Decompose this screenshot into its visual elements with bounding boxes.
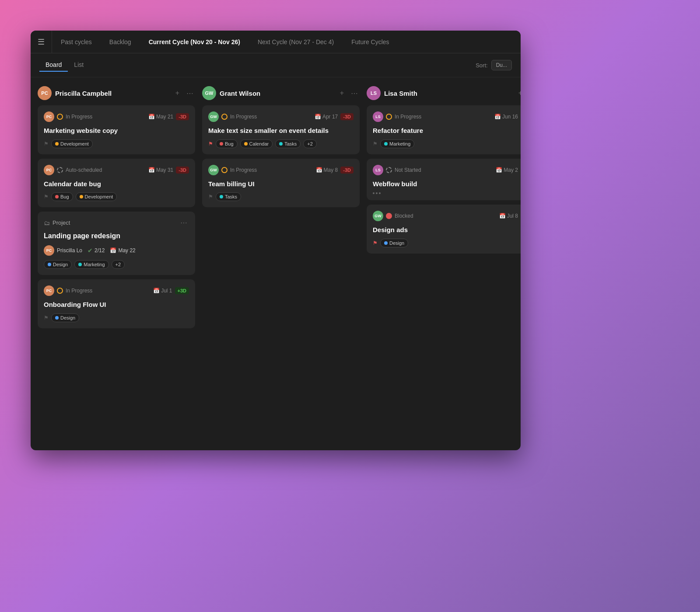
- tab-future-cycles[interactable]: Future Cycles: [343, 31, 398, 53]
- project-more-options-button[interactable]: ⋯: [178, 218, 189, 228]
- card-header: PC In Progress 📅 May 21 -3D: [44, 111, 189, 122]
- project-card-header: 🗂 Project ⋯: [44, 218, 189, 228]
- more-options-button-grant[interactable]: ⋯: [349, 88, 360, 98]
- tag-dot: [80, 195, 83, 198]
- column-grant-wilson: GW Grant Wilson + ⋯ GW In Progress 📅 Apr…: [202, 86, 360, 333]
- avatar-sm-ls: LS: [373, 165, 383, 175]
- card-title-text-size: Make text size smaller on event details: [208, 126, 354, 135]
- card-tags: ⚑ Marketing: [373, 139, 518, 148]
- tab-current-cycle[interactable]: Current Cycle (Nov 20 - Nov 26): [140, 31, 249, 53]
- tag-count: +2: [303, 139, 317, 148]
- tag-marketing[interactable]: Marketing: [74, 260, 108, 269]
- avatar-sm-priscilla-lo: PC: [44, 245, 54, 256]
- card-title-webflow: Webflow build: [373, 180, 518, 188]
- status-text: In Progress: [66, 114, 146, 120]
- tag-label: Development: [60, 141, 89, 146]
- tag-label: Design: [389, 240, 404, 246]
- tab-past-cycles[interactable]: Past cycles: [52, 31, 101, 53]
- flag-icon: ⚑: [44, 315, 49, 321]
- sort-button[interactable]: Du...: [491, 60, 512, 70]
- card-team-billing-ui[interactable]: GW In Progress 📅 May 8 -3D Team billing …: [202, 159, 360, 208]
- card-tags: Design Marketing +2: [44, 260, 189, 269]
- col-actions-priscilla: + ⋯: [174, 88, 195, 98]
- card-tags: ⚑ Design: [44, 313, 189, 322]
- calendar-icon: 📅 Jun 16: [494, 114, 518, 120]
- tag-label: Calendar: [249, 141, 269, 146]
- tag-label: Development: [85, 194, 113, 199]
- flag-icon: ⚑: [44, 194, 49, 200]
- add-card-button-priscilla[interactable]: +: [174, 88, 181, 98]
- card-tags: ⚑ Bug Development: [44, 192, 189, 201]
- card-webflow-build[interactable]: LS Not Started 📅 May 2 Webflow build: [367, 159, 521, 201]
- project-title-landing-page: Landing page redesign: [44, 232, 189, 240]
- status-text: Auto-scheduled: [66, 167, 146, 173]
- tag-development[interactable]: Development: [76, 192, 117, 201]
- avatar-sm-pc: PC: [44, 111, 54, 122]
- flag-icon: ⚑: [373, 141, 378, 147]
- col-actions-lisa: +: [517, 88, 521, 98]
- card-marketing-website-copy[interactable]: PC In Progress 📅 May 21 -3D Marketing we…: [38, 105, 195, 154]
- tag-bug[interactable]: Bug: [51, 192, 73, 201]
- tag-calendar[interactable]: Calendar: [240, 139, 273, 148]
- tag-tasks[interactable]: Tasks: [275, 139, 301, 148]
- calendar-icon-small: 📅: [110, 247, 116, 254]
- card-design-ads[interactable]: GW Blocked 📅 Jul 8 Design ads ⚑ Design: [367, 205, 521, 254]
- check-icon: ✔: [88, 247, 93, 254]
- view-tab-list[interactable]: List: [68, 59, 90, 72]
- tag-dot: [55, 195, 59, 198]
- avatar-sm-ls: LS: [373, 111, 383, 122]
- card-title-design-ads: Design ads: [373, 226, 518, 234]
- card-title-calendar-bug: Calendar date bug: [44, 180, 189, 188]
- tab-next-cycle[interactable]: Next Cycle (Nov 27 - Dec 4): [249, 31, 343, 53]
- card-landing-page-redesign[interactable]: 🗂 Project ⋯ Landing page redesign PC Pri…: [38, 212, 195, 275]
- project-user: PC Priscilla Lo: [44, 245, 82, 256]
- tag-label: Marketing: [84, 262, 105, 267]
- assignee-name: Priscilla Lo: [57, 247, 82, 254]
- tag-label: Design: [60, 315, 75, 320]
- tab-backlog[interactable]: Backlog: [101, 31, 140, 53]
- tag-development[interactable]: Development: [51, 139, 93, 148]
- flag-icon-flagged: ⚑: [208, 141, 213, 147]
- tag-dot: [55, 316, 59, 320]
- card-header: GW In Progress 📅 May 8 -3D: [208, 165, 354, 175]
- status-text: Not Started: [395, 167, 493, 173]
- board: PC Priscilla Campbell + ⋯ PC In Progress…: [31, 77, 521, 341]
- app-window: ☰ Past cycles Backlog Current Cycle (Nov…: [31, 31, 521, 450]
- card-header: LS Not Started 📅 May 2: [373, 165, 518, 175]
- column-header-lisa: LS Lisa Smith +: [367, 86, 521, 100]
- view-tab-board[interactable]: Board: [39, 59, 68, 72]
- tag-dot: [55, 142, 59, 146]
- project-progress: ✔ 2/12: [88, 247, 105, 254]
- card-text-size-event-details[interactable]: GW In Progress 📅 Apr 17 -3D Make text si…: [202, 105, 360, 154]
- card-refactor-feature[interactable]: LS In Progress 📅 Jun 16 Refactor feature…: [367, 105, 521, 154]
- ellipsis-menu[interactable]: [373, 192, 381, 194]
- tag-design[interactable]: Design: [44, 260, 72, 269]
- avatar-lisa-smith: LS: [367, 86, 381, 100]
- tag-design[interactable]: Design: [51, 313, 79, 322]
- status-dot-in-progress: [221, 167, 228, 173]
- add-card-button-lisa[interactable]: +: [517, 88, 521, 98]
- calendar-icon: 📅 Jul 1: [153, 288, 172, 294]
- card-calendar-date-bug[interactable]: PC Auto-scheduled 📅 May 31 -3D Calendar …: [38, 159, 195, 208]
- hamburger-icon: ☰: [38, 37, 45, 47]
- tag-marketing[interactable]: Marketing: [380, 139, 414, 148]
- tag-bug[interactable]: Bug: [216, 139, 238, 148]
- avatar-sm-pc: PC: [44, 285, 54, 296]
- date-value: May 22: [118, 247, 135, 254]
- more-options-button-priscilla[interactable]: ⋯: [185, 88, 195, 98]
- tag-design[interactable]: Design: [380, 239, 408, 247]
- card-header: LS In Progress 📅 Jun 16: [373, 111, 518, 122]
- column-priscilla-campbell: PC Priscilla Campbell + ⋯ PC In Progress…: [38, 86, 195, 333]
- tag-dot: [48, 263, 51, 266]
- tag-dot: [220, 142, 223, 146]
- add-card-button-grant[interactable]: +: [338, 88, 346, 98]
- calendar-icon: 📅 May 21: [148, 114, 173, 120]
- status-text: In Progress: [395, 114, 492, 120]
- card-header: GW Blocked 📅 Jul 8: [373, 211, 518, 221]
- card-onboarding-flow-ui[interactable]: PC In Progress 📅 Jul 1 +3D Onboarding Fl…: [38, 279, 195, 328]
- tag-tasks[interactable]: Tasks: [216, 192, 241, 201]
- calendar-icon: 📅 May 2: [496, 167, 518, 173]
- status-text: Blocked: [395, 213, 497, 219]
- avatar-sm-gw: GW: [373, 211, 383, 221]
- menu-button[interactable]: ☰: [31, 31, 52, 53]
